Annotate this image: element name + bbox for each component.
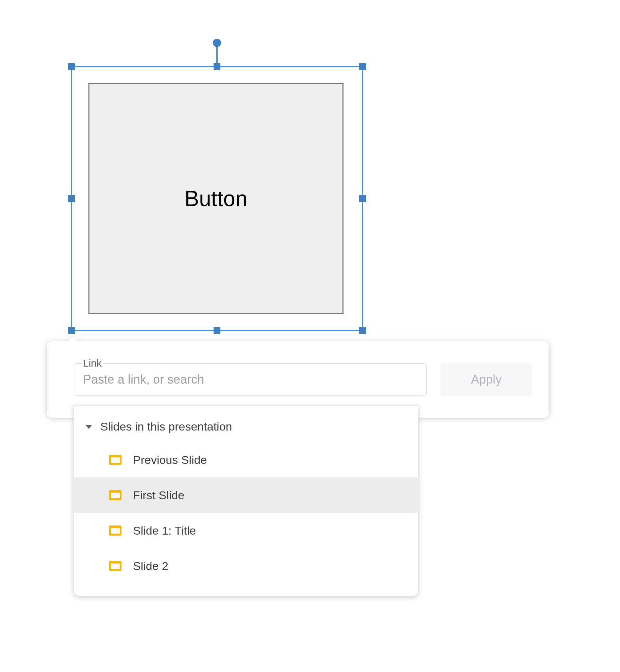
svg-rect-1 [111, 457, 120, 463]
chevron-down-icon [85, 425, 92, 429]
dropdown-header[interactable]: Slides in this presentation [74, 416, 418, 442]
slides-dropdown: Slides in this presentation Previous Sli… [73, 405, 418, 596]
resize-handle-tm[interactable] [214, 63, 220, 70]
resize-handle-ml[interactable] [68, 195, 75, 202]
dropdown-header-label: Slides in this presentation [100, 420, 232, 433]
apply-button[interactable]: Apply [440, 363, 532, 396]
resize-handle-tl[interactable] [68, 63, 75, 70]
svg-rect-3 [111, 493, 120, 499]
dropdown-item[interactable]: First Slide [74, 477, 418, 513]
dropdown-item-label: Slide 2 [133, 559, 168, 573]
slide-icon [108, 523, 123, 538]
dropdown-item-label: First Slide [133, 489, 184, 502]
dropdown-item[interactable]: Slide 1: Title [74, 513, 418, 548]
popover-caret-icon [67, 336, 78, 342]
selection-box [71, 66, 363, 331]
dropdown-item-label: Slide 1: Title [133, 524, 196, 537]
resize-handle-mr[interactable] [359, 195, 366, 202]
dropdown-item-label: Previous Slide [133, 453, 207, 467]
link-field-label: Link [82, 357, 103, 369]
svg-rect-7 [111, 564, 120, 569]
resize-handle-bm[interactable] [214, 327, 220, 334]
link-field[interactable]: Link [74, 363, 427, 396]
resize-handle-bl[interactable] [68, 327, 75, 334]
svg-rect-5 [111, 528, 120, 534]
link-input[interactable] [82, 372, 418, 387]
resize-handle-tr[interactable] [359, 63, 366, 70]
dropdown-item[interactable]: Slide 2 [74, 548, 418, 584]
slide-icon [108, 452, 123, 467]
rotation-handle[interactable] [213, 39, 221, 47]
slide-icon [108, 558, 123, 573]
slide-icon [108, 488, 123, 503]
resize-handle-br[interactable] [359, 327, 366, 334]
dropdown-item[interactable]: Previous Slide [74, 442, 418, 477]
